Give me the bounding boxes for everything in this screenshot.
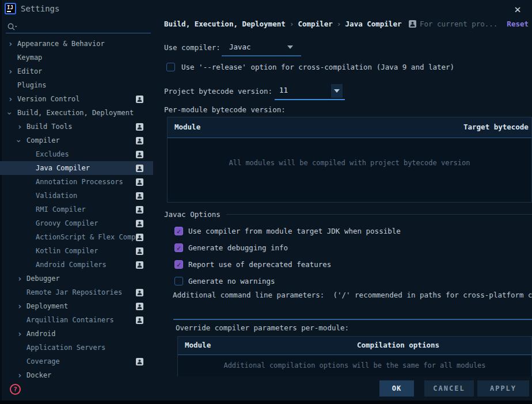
sidebar-item-label: Application Servers [26,344,105,352]
project-level-icon [136,289,143,296]
sidebar-item-version-control[interactable]: Version Control [0,92,153,106]
sidebar-item-keymap[interactable]: Keymap [0,51,153,64]
compilation-options-column-header[interactable]: Compilation options [357,341,439,349]
javac-option-row[interactable]: Generate no warnings [174,273,401,289]
sidebar-item-rmi-compiler[interactable]: RMI Compiler [0,203,153,216]
sidebar-item-arquillian-containers[interactable]: Arquillian Containers [0,313,153,327]
table-header: Module Compilation options [178,337,531,355]
sidebar-item-appearance-behavior[interactable]: Appearance & Behavior [0,37,153,51]
sidebar-item-groovy-compiler[interactable]: Groovy Compiler [0,216,153,230]
sidebar-item-label: Version Control [17,95,79,103]
sidebar-item-deployment[interactable]: Deployment [0,299,153,313]
compiler-select-value: Javac [229,43,251,51]
sidebar-item-label: Keymap [17,54,42,62]
sidebar-item-label: Deployment [26,302,68,310]
section-separator [226,214,532,215]
sidebar-item-application-servers[interactable]: Application Servers [0,341,153,355]
project-level-icon [136,220,143,227]
override-table[interactable]: Module Compilation options Additional co… [177,336,532,376]
sidebar-item-compiler[interactable]: Compiler [0,134,153,147]
sidebar-item-docker[interactable]: Docker [0,368,153,379]
sidebar-item-label: Docker [26,371,51,379]
sidebar-item-android-compilers[interactable]: Android Compilers [0,258,153,272]
sidebar-item-label: ActionScript & Flex Comp [36,233,135,241]
javac-option-row[interactable]: ✓ Report use of deprecated features [174,256,401,273]
per-module-table[interactable]: Module Target bytecode v All modules wil… [167,117,532,203]
checkbox[interactable]: ✓ [174,243,183,252]
window-titlebar: IJ Settings × [0,0,532,17]
project-level-icon [136,123,143,131]
table-header: Module Target bytecode v [168,117,531,138]
sidebar-item-build-tools[interactable]: Build Tools [0,120,153,134]
chevron-down-icon [287,45,293,49]
sidebar-item-debugger[interactable]: Debugger [0,272,153,285]
ok-button[interactable]: OK [379,380,414,397]
module-column-header[interactable]: Module [185,341,211,349]
settings-search-input[interactable] [6,20,151,33]
module-column-header[interactable]: Module [174,123,200,131]
chevron-icon [17,330,26,338]
project-level-icon [136,206,143,214]
sidebar-item-label: Debugger [26,275,60,283]
breadcrumb-separator-icon: › [290,20,294,28]
sidebar-item-label: Java Compiler [36,164,90,172]
close-icon[interactable]: × [509,1,526,17]
release-option-row[interactable]: Use '--release' option for cross-compila… [166,63,454,71]
checkbox[interactable] [174,277,183,285]
sidebar-item-android[interactable]: Android [0,327,153,341]
sidebar-item-label: Coverage [26,357,60,365]
release-option-label: Use '--release' option for cross-compila… [181,63,454,71]
table-empty-text: Additional compilation options will be t… [178,361,531,369]
chevron-icon [17,275,26,283]
sidebar-item-editor[interactable]: Editor [0,64,153,78]
chevron-icon [8,67,17,75]
sidebar-item-coverage[interactable]: Coverage [0,355,153,368]
checkbox[interactable]: ✓ [174,227,183,235]
project-bytecode-combobox[interactable]: 11 [275,83,345,100]
sidebar-item-actionscript-flex-comp[interactable]: ActionScript & Flex Comp [0,230,153,244]
breadcrumb-part: Compiler [298,20,333,28]
breadcrumb-part: Build, Execution, Deployment [164,20,286,28]
sidebar-item-remote-jar-repositories[interactable]: Remote Jar Repositories [0,285,153,299]
additional-params-input[interactable] [173,304,532,320]
sidebar-item-annotation-processors[interactable]: Annotation Processors [0,175,153,189]
sidebar-item-plugins[interactable]: Plugins [0,78,153,92]
sidebar-item-label: Android [26,330,56,338]
sidebar-item-kotlin-compiler[interactable]: Kotlin Compiler [0,244,153,258]
intellij-logo-icon: IJ [5,3,16,14]
sidebar-item-label: Build Tools [26,123,72,131]
release-option-checkbox[interactable] [166,63,175,71]
sidebar-item-java-compiler[interactable]: Java Compiler [0,161,153,175]
window-title: Settings [21,4,59,13]
apply-button[interactable]: APPLY [477,380,529,397]
chevron-icon [8,109,17,117]
project-level-icon [136,247,143,255]
combobox-arrow-button[interactable] [331,84,343,98]
sidebar-item-excludes[interactable]: Excludes [0,147,153,161]
help-button[interactable]: ? [10,384,21,395]
sidebar-item-label: Build, Execution, Deployment [17,109,134,117]
breadcrumb-part: Java Compiler [345,20,402,28]
sidebar-item-label: Remote Jar Repositories [26,288,122,296]
cancel-button[interactable]: CANCEL [424,380,474,397]
checkbox-label: Generate debugging info [188,243,288,252]
compiler-select[interactable]: Javac [222,40,301,56]
javac-option-row[interactable]: ✓ Use compiler from module target JDK wh… [174,223,401,239]
target-bytecode-column-header[interactable]: Target bytecode v [463,123,532,131]
project-level-icon [136,234,143,241]
settings-dialog: IJ Settings × Appearance & Behavior Keym… [0,0,532,404]
checkbox-label: Report use of deprecated features [188,260,331,269]
project-level-icon [136,151,143,158]
sidebar-item-label: Excludes [36,150,69,158]
checkbox[interactable]: ✓ [174,260,183,269]
sidebar-item-validation[interactable]: Validation [0,189,153,203]
javac-options-checkboxes: ✓ Use compiler from module target JDK wh… [174,223,401,289]
reset-link[interactable]: Reset [507,20,529,28]
project-level-icon [136,358,143,365]
sidebar-item-build-execution-deployment[interactable]: Build, Execution, Deployment [0,106,153,120]
project-level-icon [136,137,143,144]
sidebar-item-label: Annotation Processors [36,178,123,186]
javac-option-row[interactable]: ✓ Generate debugging info [174,239,401,256]
person-icon [409,20,416,28]
chevron-icon [17,123,26,131]
